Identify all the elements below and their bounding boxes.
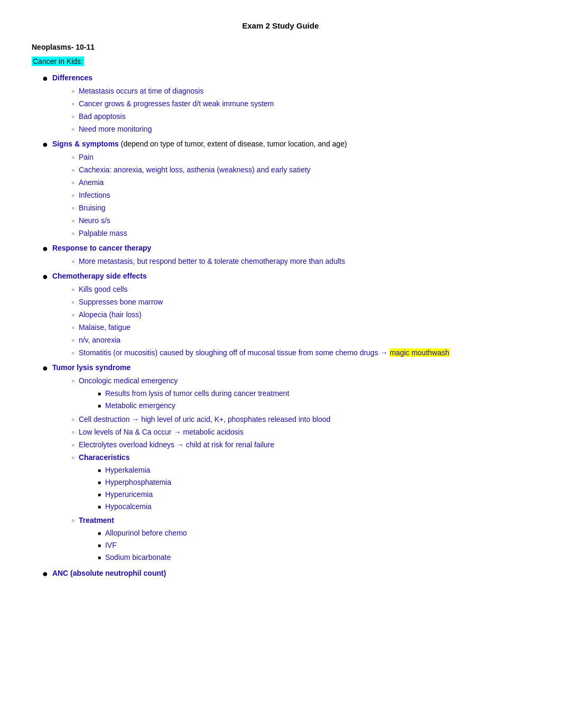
bullet-dot: ● <box>42 362 48 374</box>
circle-icon: ○ <box>71 324 74 331</box>
square-icon: ■ <box>98 466 101 474</box>
list-item: ○Neuro s/s <box>71 215 529 226</box>
characteristics-label: Characeristics <box>79 453 130 462</box>
list-item: ○Malaise, fatigue <box>71 322 529 333</box>
circle-icon: ○ <box>71 100 74 108</box>
response-label: Response to cancer therapy <box>52 244 152 252</box>
list-item: ■Results from lysis of tumor cells durin… <box>98 388 529 399</box>
chemo-side-effects-sublist: ○Kills good cells ○Suppresses bone marro… <box>71 284 529 358</box>
circle-icon: ○ <box>71 87 74 95</box>
circle-icon: ○ <box>71 113 74 121</box>
list-item-characteristics: ○ Characeristics ■Hyperkalemia ■Hyperpho… <box>71 452 529 513</box>
list-item-signs-symptoms: ● Signs & symptoms (depend on type of tu… <box>42 139 529 241</box>
circle-icon: ○ <box>71 349 74 357</box>
circle-icon: ○ <box>71 153 74 161</box>
circle-icon: ○ <box>71 336 74 344</box>
list-item: ○n/v, anorexia <box>71 335 529 346</box>
square-icon: ■ <box>98 503 101 511</box>
square-icon: ■ <box>98 402 101 410</box>
anc-label: ANC (absolute neutrophil count) <box>52 569 166 577</box>
bullet-dot: ● <box>42 568 48 580</box>
square-icon: ■ <box>98 541 101 549</box>
square-icon: ■ <box>98 390 101 398</box>
differences-sublist: ○Metastasis occurs at time of diagnosis … <box>71 86 529 135</box>
chemo-side-effects-label: Chemotherapy side effects <box>52 272 147 280</box>
section-heading: Neoplasms- 10-11 <box>32 43 529 51</box>
circle-icon: ○ <box>71 311 74 319</box>
list-item-electrolytes: ○Electrolytes overload kidneys → child a… <box>71 439 529 450</box>
response-sublist: ○More metastasis, but respond better to … <box>71 256 529 267</box>
list-item: ○Bad apoptosis <box>71 111 529 122</box>
list-item-treatment: ○ Treatment ■Allopurinol before chemo ■I… <box>71 515 529 564</box>
signs-symptoms-suffix: (depend on type of tumor, extent of dise… <box>119 140 347 148</box>
list-item-low-levels: ○Low levels of Na & Ca occur → metabolic… <box>71 427 529 438</box>
circle-icon: ○ <box>71 229 74 237</box>
square-icon: ■ <box>98 529 101 537</box>
oncologic-text: Oncologic medical emergency <box>79 376 178 385</box>
circle-icon: ○ <box>71 285 74 293</box>
list-item-cell-destruction: ○Cell destruction → high level of uric a… <box>71 414 529 425</box>
category-label: Cancer in Kids: <box>32 57 84 66</box>
list-item-differences: ● Differences ○Metastasis occurs at time… <box>42 72 529 136</box>
list-item-anc: ● ANC (absolute neutrophil count) <box>42 568 529 580</box>
bullet-dot: ● <box>42 139 48 151</box>
circle-icon: ○ <box>71 428 74 436</box>
oncologic-subsublist: ■Results from lysis of tumor cells durin… <box>98 388 529 411</box>
characteristics-subsublist: ■Hyperkalemia ■Hyperphosphatemia ■Hyperu… <box>98 465 529 512</box>
circle-icon: ○ <box>71 204 74 212</box>
list-item-chemo-side-effects: ● Chemotherapy side effects ○Kills good … <box>42 271 529 360</box>
list-item: ○Need more monitoring <box>71 124 529 135</box>
list-item: ○Pain <box>71 152 529 163</box>
list-item: ■Hyperkalemia <box>98 465 529 476</box>
treatment-subsublist: ■Allopurinol before chemo ■IVF ■Sodium b… <box>98 528 529 563</box>
circle-icon: ○ <box>71 517 74 524</box>
list-item: ■Hyperuricemia <box>98 489 529 500</box>
list-item: ○Kills good cells <box>71 284 529 295</box>
circle-icon: ○ <box>71 298 74 306</box>
list-item: ■Hyperphosphatemia <box>98 477 529 488</box>
signs-symptoms-sublist: ○Pain ○Cachexia: anorexia, weight loss, … <box>71 152 529 239</box>
list-item: ■Allopurinol before chemo <box>98 528 529 539</box>
list-item: ○Metastasis occurs at time of diagnosis <box>71 86 529 97</box>
circle-icon: ○ <box>71 377 74 385</box>
square-icon: ■ <box>98 554 101 561</box>
circle-icon: ○ <box>71 125 74 133</box>
bullet-dot: ● <box>42 271 48 283</box>
list-item: ■Metabolic emergency <box>98 400 529 411</box>
list-item: ○Cachexia: anorexia, weight loss, asthen… <box>71 164 529 176</box>
page-title: Exam 2 Study Guide <box>32 21 529 30</box>
square-icon: ■ <box>98 491 101 499</box>
list-item: ○Anemia <box>71 177 529 188</box>
list-item: ■Hypocalcemia <box>98 501 529 512</box>
circle-icon: ○ <box>71 166 74 174</box>
circle-icon: ○ <box>71 217 74 225</box>
list-item: ■Sodium bicarbonate <box>98 552 529 563</box>
list-item-oncologic: ○ Oncologic medical emergency ■Results f… <box>71 375 529 412</box>
list-item: ○Alopecia (hair loss) <box>71 309 529 320</box>
list-item: ■IVF <box>98 540 529 551</box>
circle-icon: ○ <box>71 441 74 449</box>
tumor-lysis-sublist: ○ Oncologic medical emergency ■Results f… <box>71 375 529 564</box>
list-item-response: ● Response to cancer therapy ○More metas… <box>42 243 529 269</box>
bullet-dot: ● <box>42 72 48 85</box>
list-item: ○Palpable mass <box>71 228 529 239</box>
magic-mouthwash-highlight: magic mouthwash <box>390 348 450 357</box>
list-item: ○More metastasis, but respond better to … <box>71 256 529 267</box>
circle-icon: ○ <box>71 191 74 199</box>
list-item-tumor-lysis: ● Tumor lysis syndrome ○ Oncologic medic… <box>42 362 529 566</box>
treatment-label: Treatment <box>79 516 114 524</box>
circle-icon: ○ <box>71 257 74 265</box>
tumor-lysis-label: Tumor lysis syndrome <box>52 363 130 372</box>
main-bullet-list: ● Differences ○Metastasis occurs at time… <box>42 72 529 580</box>
circle-icon: ○ <box>71 454 74 462</box>
circle-icon: ○ <box>71 416 74 423</box>
square-icon: ■ <box>98 478 101 486</box>
bullet-dot: ● <box>42 243 48 255</box>
list-item-stomatitis: ○Stomatitis (or mucositis) caused by slo… <box>71 347 529 358</box>
list-item: ○Cancer grows & progresses faster d/t we… <box>71 98 529 109</box>
list-item: ○Bruising <box>71 202 529 214</box>
list-item: ○Suppresses bone marrow <box>71 297 529 308</box>
circle-icon: ○ <box>71 179 74 187</box>
list-item: ○Infections <box>71 190 529 201</box>
differences-label: Differences <box>52 73 92 82</box>
